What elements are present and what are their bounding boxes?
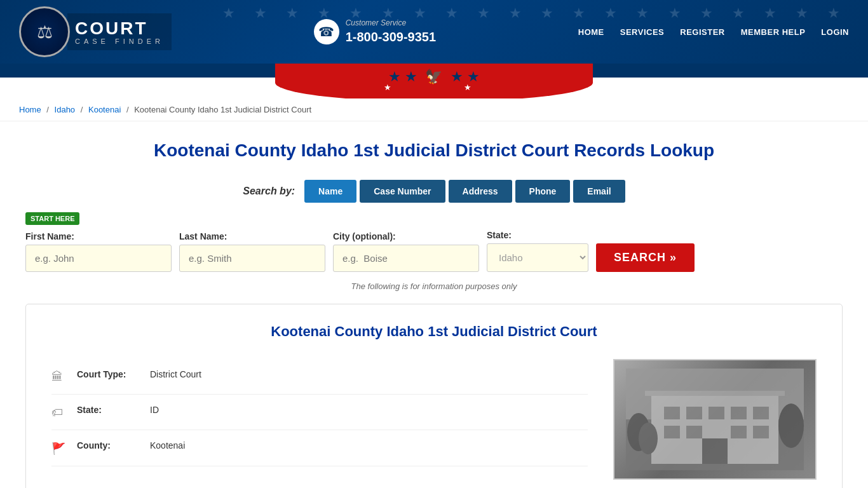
eagle-emblem: ★ ★ 🦅 ★ ★ [388, 69, 480, 85]
svg-rect-11 [753, 426, 769, 438]
svg-rect-7 [753, 407, 769, 419]
nav-login[interactable]: LOGIN [821, 27, 849, 37]
first-name-input[interactable] [25, 245, 172, 272]
info-note: The following is for information purpose… [25, 281, 843, 291]
first-name-group: First Name: [25, 231, 172, 272]
svg-rect-8 [664, 426, 680, 438]
svg-rect-3 [664, 407, 680, 419]
detail-row-court-type: 🏛 Court Type: District Court [51, 359, 588, 395]
phone-icon: ☎ [314, 19, 339, 44]
svg-rect-13 [645, 391, 785, 396]
city-label: City (optional): [333, 231, 479, 241]
patriotic-wave: ★ ★ 🦅 ★ ★ ★ ★ [0, 64, 868, 98]
svg-rect-10 [731, 426, 747, 438]
first-name-label: First Name: [25, 231, 172, 241]
breadcrumb: Home / Idaho / Kootenai / Kootenai Count… [0, 98, 868, 121]
logo-court-text: COURT [75, 18, 164, 39]
tab-address[interactable]: Address [449, 180, 512, 203]
cs-label: Customer Service [346, 18, 436, 29]
county-label: County: [77, 440, 140, 451]
info-card: Kootenai County Idaho 1st Judicial Distr… [25, 304, 843, 488]
breadcrumb-sep-2: / [81, 105, 83, 114]
breadcrumb-sep-1: / [46, 105, 49, 114]
nav-services[interactable]: SERVICES [620, 27, 665, 37]
svg-rect-12 [702, 438, 728, 464]
tab-name[interactable]: Name [304, 180, 356, 203]
svg-rect-4 [686, 407, 702, 419]
last-name-input[interactable] [179, 245, 325, 272]
search-button[interactable]: SEARCH » [596, 243, 695, 272]
nav-home[interactable]: HOME [578, 27, 604, 37]
tab-phone[interactable]: Phone [515, 180, 571, 203]
county-value: Kootenai [150, 440, 185, 451]
search-form: First Name: Last Name: City (optional): … [25, 230, 843, 272]
state-icon: 🏷 [51, 406, 67, 419]
logo[interactable]: ⚖ COURT CASE FINDER [19, 6, 172, 57]
svg-point-15 [778, 403, 804, 448]
svg-rect-6 [731, 407, 747, 419]
search-by-row: Search by: Name Case Number Address Phon… [25, 180, 843, 203]
svg-rect-9 [686, 426, 702, 438]
breadcrumb-home[interactable]: Home [19, 105, 41, 114]
court-type-label: Court Type: [77, 369, 140, 379]
breadcrumb-county[interactable]: Kootenai [88, 105, 121, 114]
detail-row-state: 🏷 State: ID [51, 395, 588, 430]
state-group: State: Idaho Alabama Alaska Arizona Cali… [487, 230, 588, 272]
logo-emblem: ⚖ [19, 6, 70, 57]
info-card-title: Kootenai County Idaho 1st Judicial Distr… [51, 323, 817, 340]
nav-register[interactable]: REGISTER [680, 27, 724, 37]
last-name-label: Last Name: [179, 231, 325, 241]
breadcrumb-state[interactable]: Idaho [55, 105, 76, 114]
state-select[interactable]: Idaho Alabama Alaska Arizona California … [487, 243, 588, 272]
page-title: Kootenai County Idaho 1st Judicial Distr… [25, 140, 843, 161]
last-name-group: Last Name: [179, 231, 325, 272]
nav-member-help[interactable]: MEMBER HELP [741, 27, 806, 37]
court-image [613, 359, 817, 480]
breadcrumb-current: Kootenai County Idaho 1st Judicial Distr… [134, 105, 311, 114]
state-detail-label: State: [77, 405, 140, 415]
svg-rect-5 [709, 407, 724, 419]
city-group: City (optional): [333, 231, 479, 272]
main-nav: HOME SERVICES REGISTER MEMBER HELP LOGIN [578, 27, 849, 37]
court-type-value: District Court [150, 369, 201, 379]
detail-row-county: 🚩 County: Kootenai [51, 430, 588, 466]
start-here-badge: START HERE [25, 212, 79, 225]
city-input[interactable] [333, 245, 479, 272]
county-icon: 🚩 [51, 442, 67, 456]
cs-phone: 1-800-309-9351 [346, 29, 436, 45]
tab-email[interactable]: Email [573, 180, 625, 203]
breadcrumb-sep-3: / [126, 105, 129, 114]
court-type-icon: 🏛 [51, 370, 67, 384]
search-by-label: Search by: [243, 186, 295, 197]
state-label: State: [487, 230, 588, 240]
customer-service: ☎ Customer Service 1-800-309-9351 [314, 18, 436, 45]
tab-case-number[interactable]: Case Number [360, 180, 445, 203]
info-details: 🏛 Court Type: District Court 🏷 State: ID… [51, 359, 588, 480]
state-detail-value: ID [150, 405, 159, 415]
logo-case-finder-text: CASE FINDER [75, 37, 164, 45]
svg-point-16 [639, 423, 658, 454]
